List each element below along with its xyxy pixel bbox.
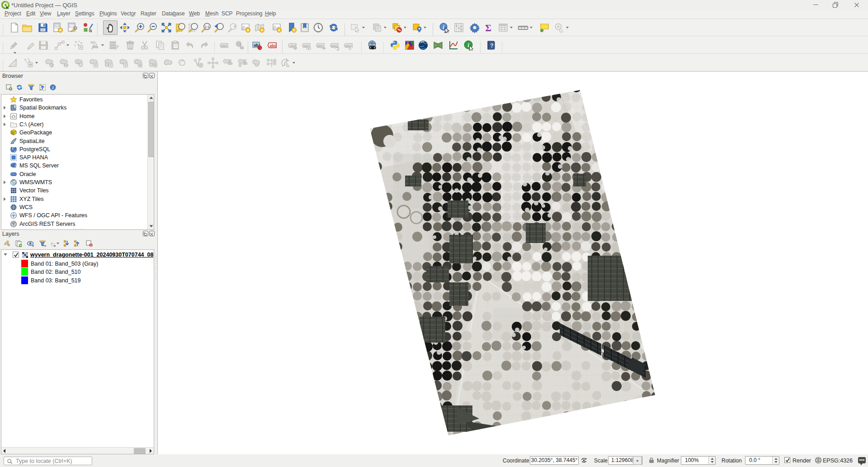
svg-text:a: a [89, 28, 92, 33]
svg-text:Σ: Σ [485, 23, 491, 33]
svg-text:i: i [467, 42, 469, 48]
svg-text:abc: abc [345, 44, 351, 48]
svg-text:V: V [12, 214, 15, 218]
svg-text:1:1: 1:1 [205, 25, 209, 29]
svg-text:?: ? [490, 43, 493, 49]
svg-text:abc: abc [269, 43, 276, 48]
svg-text:abc: abc [317, 44, 323, 48]
svg-text:abc: abc [221, 44, 227, 48]
svg-text:i: i [52, 86, 54, 90]
